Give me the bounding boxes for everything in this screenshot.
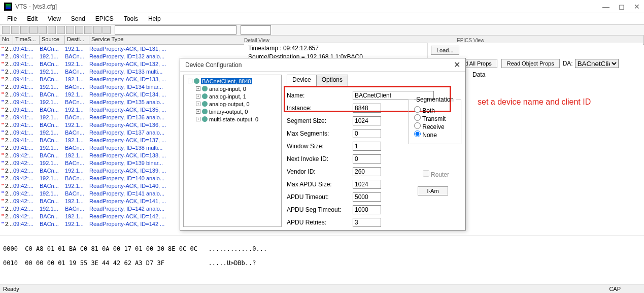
dialog-close-icon[interactable]: ✕	[454, 60, 460, 70]
status-cap: CAP	[609, 286, 621, 292]
tree-expand-icon[interactable]: +	[196, 109, 200, 114]
col-no[interactable]: No.	[0, 36, 13, 44]
window-size-input[interactable]	[353, 142, 381, 151]
apdu-retries-input[interactable]	[353, 218, 381, 227]
hex-view[interactable]: 0000 C0 A8 01 01 BA C0 81 0A 00 17 01 00…	[0, 236, 644, 282]
name-label: Name:	[287, 92, 353, 99]
tree-item[interactable]: analog-output, 0	[209, 101, 250, 107]
menu-file[interactable]: File	[3, 14, 21, 23]
close-button[interactable]: ✕	[634, 3, 640, 11]
tb-icon[interactable]	[2, 26, 10, 34]
status-bar: Ready CAP	[0, 284, 644, 293]
apdu-retries-label: APDU Retries:	[287, 219, 353, 226]
tree-expand-icon[interactable]: +	[196, 117, 200, 121]
next-invoke-input[interactable]	[353, 154, 381, 164]
toolbar-combo2[interactable]	[241, 25, 271, 35]
segment-size-label: Segment Size:	[287, 117, 353, 124]
seg-transmit-radio[interactable]	[414, 114, 421, 121]
vendor-id-label: Vendor ID:	[287, 168, 353, 175]
menubar: File Edit View Send EPICS Tools Help	[0, 13, 644, 24]
tb-icon[interactable]	[93, 26, 101, 34]
device-config-dialog: Device Configuration ✕ −BACnetClient, 88…	[180, 58, 466, 231]
segmentation-group: Segmentation Both Transmit Receive None	[409, 96, 461, 144]
tb-icon[interactable]	[29, 26, 38, 34]
status-ready: Ready	[3, 286, 19, 292]
load-button[interactable]: Load...	[431, 46, 459, 55]
menu-epics[interactable]: EPICS	[91, 14, 118, 23]
menu-tools[interactable]: Tools	[120, 14, 142, 23]
hex-line: 0000 C0 A8 01 01 BA C0 81 0A 00 17 01 00…	[3, 245, 641, 252]
tree-collapse-icon[interactable]: −	[188, 79, 192, 83]
tb-icon[interactable]	[20, 26, 28, 34]
router-label: Router	[431, 171, 449, 178]
apdu-timeout-input[interactable]	[353, 192, 381, 202]
col-dst[interactable]: Desti...	[65, 36, 89, 44]
menu-view[interactable]: View	[44, 14, 65, 23]
menu-send[interactable]: Send	[67, 14, 89, 23]
toolbar-combo[interactable]	[115, 25, 236, 35]
annotation-text: set a device name and client ID	[478, 97, 591, 107]
next-invoke-label: Next Invoke ID:	[287, 155, 353, 162]
tab-device[interactable]: Device	[287, 75, 317, 86]
tree-item[interactable]: analog-input, 1	[209, 93, 246, 100]
instance-input[interactable]	[353, 104, 381, 113]
instance-label: Instance:	[287, 105, 353, 112]
tree-item[interactable]: analog-input, 0	[209, 86, 246, 92]
titlebar: VTS - [vts3.cfg] — ◻ ✕	[0, 0, 644, 13]
tree-expand-icon[interactable]: +	[196, 94, 200, 99]
tree-item[interactable]: multi-state-output, 0	[209, 116, 258, 122]
tree-item[interactable]: binary-output, 0	[209, 109, 248, 115]
hex-line: 0010 00 00 00 01 19 55 3E 44 42 62 A3 D7…	[3, 259, 641, 267]
tb-icon[interactable]	[39, 26, 47, 34]
tree-root[interactable]: BACnetClient, 8848	[201, 78, 252, 84]
tb-icon[interactable]	[66, 26, 74, 34]
apdu-seg-timeout-label: APDU Seg Timeout:	[287, 206, 353, 213]
tab-options[interactable]: Options	[316, 75, 348, 86]
minimize-button[interactable]: —	[602, 3, 609, 11]
window-size-label: Window Size:	[287, 143, 353, 150]
apdu-timeout-label: APDU Timeout:	[287, 193, 353, 201]
segment-size-input[interactable]	[353, 116, 381, 125]
vendor-id-input[interactable]	[353, 167, 381, 176]
tb-icon[interactable]	[75, 26, 83, 34]
dialog-title: Device Configuration	[185, 61, 242, 69]
iam-button[interactable]: I-Am	[418, 186, 448, 196]
seg-both-radio[interactable]	[414, 106, 421, 113]
tb-icon[interactable]	[57, 26, 65, 34]
object-icon	[202, 116, 208, 122]
max-apdu-label: Max APDU Size:	[287, 181, 353, 188]
da-select[interactable]: BACnetClient	[575, 59, 619, 68]
tb-icon[interactable]	[103, 26, 111, 34]
max-segments-label: Max Segments:	[287, 130, 353, 137]
tb-icon[interactable]	[84, 26, 92, 34]
object-icon	[202, 101, 208, 107]
menu-help[interactable]: Help	[144, 14, 165, 23]
seg-none-radio[interactable]	[414, 131, 421, 137]
detail-timestamp: Timestamp : 09:42:12.657	[248, 44, 443, 53]
col-src[interactable]: Source	[40, 36, 65, 44]
col-time[interactable]: TimeS...	[13, 36, 40, 44]
object-icon	[202, 93, 208, 99]
object-icon	[202, 86, 208, 91]
device-icon	[194, 78, 199, 84]
object-icon	[202, 109, 208, 114]
router-checkbox[interactable]	[423, 170, 429, 177]
read-object-props-button[interactable]: Read Object Props	[501, 59, 560, 68]
menu-edit[interactable]: Edit	[23, 14, 42, 23]
app-icon	[4, 3, 12, 11]
maximize-button[interactable]: ◻	[619, 3, 625, 11]
apdu-seg-timeout-input[interactable]	[353, 205, 381, 214]
toolbar	[0, 24, 644, 36]
tree-expand-icon[interactable]: +	[196, 102, 200, 106]
max-segments-input[interactable]	[353, 129, 381, 138]
segmentation-legend: Segmentation	[414, 96, 456, 103]
tb-icon[interactable]	[48, 26, 56, 34]
seg-receive-radio[interactable]	[414, 122, 421, 129]
tb-icon[interactable]	[11, 26, 19, 34]
window-title: VTS - [vts3.cfg]	[15, 3, 57, 10]
da-label: DA:	[563, 60, 573, 67]
max-apdu-input[interactable]	[353, 180, 381, 189]
tree-expand-icon[interactable]: +	[196, 86, 200, 91]
device-tree[interactable]: −BACnetClient, 8848 +analog-input, 0 +an…	[183, 75, 282, 227]
